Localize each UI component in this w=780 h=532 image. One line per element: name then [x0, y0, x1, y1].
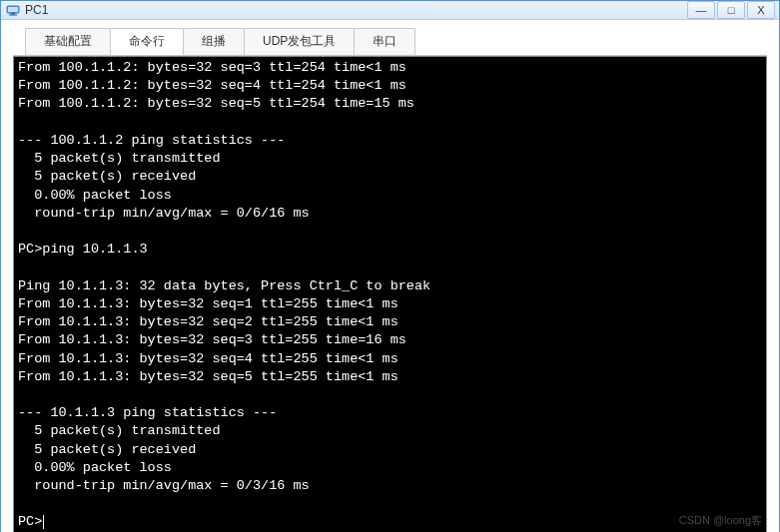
- close-button[interactable]: X: [747, 1, 775, 19]
- minimize-button[interactable]: —: [687, 1, 715, 19]
- window-controls: — □ X: [687, 1, 775, 19]
- svg-rect-1: [8, 7, 18, 12]
- terminal-line: [18, 114, 762, 132]
- terminal-line: 5 packet(s) transmitted: [18, 150, 762, 168]
- terminal-line: 0.00% packet loss: [18, 459, 762, 477]
- terminal-line: 5 packet(s) received: [18, 168, 762, 186]
- terminal-line: Ping 10.1.1.3: 32 data bytes, Press Ctrl…: [18, 277, 762, 295]
- terminal-line: PC>ping 10.1.1.3: [18, 241, 762, 259]
- tab-command-line[interactable]: 命令行: [110, 28, 184, 55]
- terminal-line: From 100.1.1.2: bytes=32 seq=4 ttl=254 t…: [18, 77, 762, 95]
- tab-serial[interactable]: 串口: [354, 28, 415, 55]
- terminal-line: [18, 223, 762, 241]
- terminal-line: [18, 259, 762, 276]
- tab-basic-config[interactable]: 基础配置: [25, 28, 111, 55]
- tab-udp-tool[interactable]: UDP发包工具: [244, 28, 355, 55]
- terminal-line: 5 packet(s) received: [18, 441, 762, 459]
- tab-bar: 基础配置 命令行 组播 UDP发包工具 串口: [13, 22, 767, 56]
- content-area: 基础配置 命令行 组播 UDP发包工具 串口 From 100.1.1.2: b…: [1, 20, 779, 532]
- terminal-line: From 10.1.1.3: bytes=32 seq=5 ttl=255 ti…: [18, 368, 762, 386]
- terminal-line: [18, 386, 762, 404]
- terminal-line: From 100.1.1.2: bytes=32 seq=3 ttl=254 t…: [18, 59, 762, 77]
- cursor: [43, 515, 44, 529]
- terminal-line: From 10.1.1.3: bytes=32 seq=4 ttl=255 ti…: [18, 350, 762, 368]
- terminal-line: From 10.1.1.3: bytes=32 seq=2 ttl=255 ti…: [18, 313, 762, 331]
- terminal-line: From 10.1.1.3: bytes=32 seq=3 ttl=255 ti…: [18, 331, 762, 349]
- terminal-line: --- 100.1.1.2 ping statistics ---: [18, 132, 762, 150]
- terminal-line: 0.00% packet loss: [18, 187, 762, 205]
- terminal-prompt[interactable]: PC>: [18, 513, 762, 531]
- terminal-line: round-trip min/avg/max = 0/6/16 ms: [18, 205, 762, 223]
- maximize-button[interactable]: □: [717, 1, 745, 19]
- terminal-line: round-trip min/avg/max = 0/3/16 ms: [18, 477, 762, 495]
- terminal-output[interactable]: From 100.1.1.2: bytes=32 seq=3 ttl=254 t…: [13, 56, 767, 532]
- svg-rect-2: [11, 13, 15, 15]
- app-window: PC1 — □ X 基础配置 命令行 组播 UDP发包工具 串口 From 10…: [0, 0, 780, 532]
- device-icon: [5, 2, 21, 18]
- terminal-line: [18, 495, 762, 513]
- titlebar: PC1 — □ X: [1, 1, 779, 20]
- tab-multicast[interactable]: 组播: [183, 28, 245, 55]
- terminal-line: From 10.1.1.3: bytes=32 seq=1 ttl=255 ti…: [18, 295, 762, 313]
- terminal-line: From 100.1.1.2: bytes=32 seq=5 ttl=254 t…: [18, 95, 762, 113]
- svg-rect-3: [9, 15, 17, 16]
- window-title: PC1: [25, 3, 687, 17]
- terminal-line: 5 packet(s) transmitted: [18, 422, 762, 440]
- terminal-line: --- 10.1.1.3 ping statistics ---: [18, 404, 762, 422]
